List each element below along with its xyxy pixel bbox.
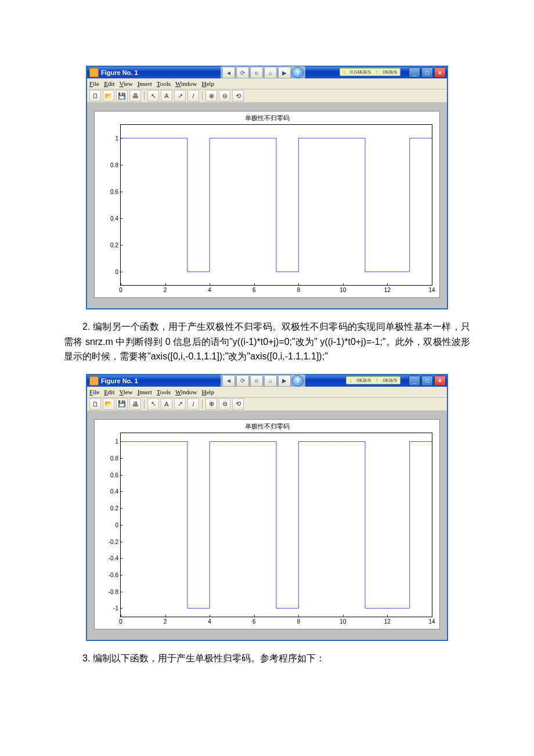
nav-button[interactable]: ⌂ [264, 67, 277, 78]
maximize-button[interactable]: □ [421, 67, 433, 78]
save-icon[interactable]: 💾 [116, 90, 128, 102]
upload-icon: ↑ [376, 377, 378, 383]
browser-toolbar: ◄ ⟳ ⎋ ⌂ ▶ ? [221, 375, 305, 387]
menu-file[interactable]: File [89, 388, 99, 395]
download-icon: ↓ [343, 69, 346, 75]
menu-view[interactable]: View [119, 388, 132, 395]
paragraph-3: 3. 编制以下函数，用于产生单极性归零码。参考程序如下： [64, 651, 470, 666]
zoomout-icon[interactable]: ⊖ [219, 398, 230, 410]
nav-button[interactable]: ▶ [278, 375, 291, 387]
menu-edit[interactable]: Edit [104, 388, 114, 395]
figure-window-2: Figure No. 1 ◄ ⟳ ⎋ ⌂ ▶ ? ↓ 0KB/S ↑ 0KB/S [86, 375, 448, 640]
matlab-icon [89, 68, 99, 77]
menu-help[interactable]: Help [201, 80, 214, 87]
menu-file[interactable]: File [89, 80, 99, 87]
menu-tools[interactable]: Tools [157, 80, 171, 87]
upload-icon: ↑ [376, 69, 378, 75]
upload-rate: 0KB/S [383, 377, 397, 383]
chart-title: 单极性不归零码 [95, 114, 439, 123]
nav-button[interactable]: ◄ [222, 375, 235, 387]
zoomout-icon[interactable]: ⊖ [219, 90, 230, 102]
matlab-icon [89, 376, 99, 386]
figure-canvas: WWW.DOCIN.COM 单极性不归零码 -1-0.8-0.6-0.4-0.2… [87, 411, 447, 640]
titlebar: Figure No. 1 ◄ ⟳ ⎋ ⌂ ▶ ? ↓ 0.04KB/S ↑ 0K… [87, 67, 447, 78]
toolbar: 🗋 📂 💾 🖶 ↖ A ↗ / ⊕ ⊖ ⟲ [87, 398, 447, 411]
nav-button[interactable]: ⌂ [264, 375, 277, 387]
close-button[interactable]: × [434, 67, 446, 78]
text-icon[interactable]: A [161, 90, 172, 102]
open-icon[interactable]: 📂 [103, 398, 114, 410]
menu-window[interactable]: Window [175, 80, 197, 87]
download-icon: ↓ [349, 377, 352, 383]
print-icon[interactable]: 🖶 [129, 90, 141, 102]
download-rate: 0KB/S [356, 377, 371, 383]
toolbar: 🗋 📂 💾 🖶 ↖ A ↗ / ⊕ ⊖ ⟲ [87, 89, 447, 103]
nav-button[interactable]: ⟳ [236, 67, 249, 78]
text-icon[interactable]: A [161, 398, 172, 410]
menu-window[interactable]: Window [175, 388, 197, 395]
arrow-icon[interactable]: ↗ [174, 90, 186, 102]
menu-tools[interactable]: Tools [157, 388, 171, 395]
rotate-icon[interactable]: ⟲ [232, 398, 244, 410]
chart-title: 单极性不归零码 [95, 422, 439, 431]
menubar: File Edit View Insert Tools Window Help [87, 387, 447, 398]
browser-toolbar: ◄ ⟳ ⎋ ⌂ ▶ ? [221, 66, 305, 79]
zoomin-icon[interactable]: ⊕ [205, 90, 217, 102]
pointer-icon[interactable]: ↖ [147, 90, 159, 102]
menu-insert[interactable]: Insert [138, 80, 152, 87]
titlebar: Figure No. 1 ◄ ⟳ ⎋ ⌂ ▶ ? ↓ 0KB/S ↑ 0KB/S [87, 375, 447, 387]
rotate-icon[interactable]: ⟲ [232, 90, 244, 102]
menu-edit[interactable]: Edit [104, 80, 114, 87]
network-indicator: ↓ 0KB/S ↑ 0KB/S [346, 376, 400, 384]
download-rate: 0.04KB/S [350, 69, 371, 75]
window-title: Figure No. 1 [101, 69, 138, 76]
window-title: Figure No. 1 [101, 377, 138, 384]
open-icon[interactable]: 📂 [103, 90, 114, 102]
minimize-button[interactable]: _ [409, 67, 420, 78]
minimize-button[interactable]: _ [409, 376, 420, 386]
arrow-icon[interactable]: ↗ [174, 398, 186, 410]
menubar: File Edit View Insert Tools Window Help [87, 78, 447, 89]
menu-view[interactable]: View [119, 80, 132, 87]
figure-window-1: Figure No. 1 ◄ ⟳ ⎋ ⌂ ▶ ? ↓ 0.04KB/S ↑ 0K… [86, 66, 448, 309]
nav-button[interactable]: ▶ [278, 67, 291, 78]
menu-insert[interactable]: Insert [138, 388, 152, 395]
close-button[interactable]: × [434, 376, 446, 386]
axes-2: 单极性不归零码 -1-0.8-0.6-0.4-0.200.20.40.60.81… [94, 419, 440, 629]
nav-button[interactable]: ◄ [222, 67, 235, 78]
upload-rate: 0KB/S [383, 69, 397, 75]
save-icon[interactable]: 💾 [116, 398, 128, 410]
paragraph-2: 2. 编制另一个函数，用于产生双极性不归零码。双极性不归零码的实现同单极性基本一… [64, 319, 470, 364]
pointer-icon[interactable]: ↖ [147, 398, 159, 410]
nav-button[interactable]: ⟳ [236, 375, 249, 387]
line-icon[interactable]: / [187, 90, 199, 102]
new-icon[interactable]: 🗋 [89, 90, 101, 102]
help-icon[interactable]: ? [292, 375, 304, 387]
line-icon[interactable]: / [187, 398, 199, 410]
nav-button[interactable]: ⎋ [250, 67, 263, 78]
figure-canvas: 单极性不归零码 00.20.40.60.8102468101214 [87, 103, 447, 308]
maximize-button[interactable]: □ [421, 376, 433, 386]
axes-1: 单极性不归零码 00.20.40.60.8102468101214 [94, 111, 440, 298]
zoomin-icon[interactable]: ⊕ [205, 398, 217, 410]
menu-help[interactable]: Help [201, 388, 214, 395]
nav-button[interactable]: ⎋ [250, 375, 263, 387]
network-indicator: ↓ 0.04KB/S ↑ 0KB/S [340, 68, 400, 76]
print-icon[interactable]: 🖶 [129, 398, 141, 410]
help-icon[interactable]: ? [292, 67, 304, 78]
new-icon[interactable]: 🗋 [89, 398, 101, 410]
